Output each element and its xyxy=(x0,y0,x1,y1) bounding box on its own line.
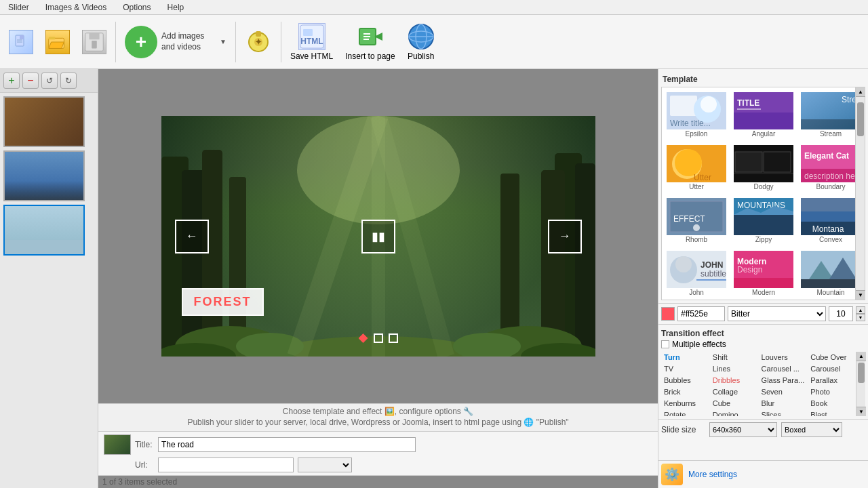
trans-lines[interactable]: Lines xyxy=(710,363,758,374)
trans-blur[interactable]: Blur xyxy=(759,398,808,409)
trans-glass-para[interactable]: Glass Para... xyxy=(759,375,808,386)
next-slide-button[interactable]: → xyxy=(548,220,582,253)
trans-kenburns[interactable]: Kenburns xyxy=(661,398,709,409)
font-select[interactable]: Bitter Arial Georgia xyxy=(728,306,826,321)
pause-button[interactable]: ▮▮ xyxy=(361,220,395,253)
trans-rotate[interactable]: Rotate xyxy=(661,409,709,416)
template-epsilon[interactable]: Write title... Epsilon xyxy=(664,89,729,140)
trans-tv[interactable]: TV xyxy=(661,363,709,374)
svg-point-73 xyxy=(693,224,700,231)
trans-cube-over[interactable]: Cube Over xyxy=(808,352,856,363)
template-dodgy[interactable]: Dodgy xyxy=(731,142,796,193)
template-john[interactable]: JOHNsubtitle John xyxy=(664,248,729,299)
add-images-button[interactable]: + Add images and videos ▼ xyxy=(120,22,231,62)
template-boundary[interactable]: Elegant Catdescription here Boundary xyxy=(798,142,863,193)
trans-scroll-down[interactable]: ▼ xyxy=(856,407,866,416)
template-scroll[interactable]: Write title... Epsilon TITLE Angular xyxy=(662,87,865,300)
template-modern[interactable]: ModernDesign Modern xyxy=(731,248,796,299)
template-stream[interactable]: Stream Stream xyxy=(798,89,863,140)
template-mountain[interactable]: Mountain xyxy=(798,248,863,299)
save-local-button[interactable] xyxy=(77,26,111,58)
template-zippy[interactable]: MOUNTAINS Zippy xyxy=(731,195,796,246)
scroll-thumb[interactable] xyxy=(857,102,864,136)
trans-blast[interactable]: Blast xyxy=(808,409,856,416)
trans-domino[interactable]: Domino xyxy=(710,409,758,416)
url-dropdown[interactable]: _blank _self xyxy=(298,458,352,472)
menu-slider[interactable]: Slider xyxy=(4,1,33,14)
divider-1 xyxy=(115,22,116,62)
url-input[interactable] xyxy=(158,458,294,472)
boxed-select[interactable]: Boxed Full Width Full Screen xyxy=(781,422,842,437)
template-thumb-convex: Montana xyxy=(801,198,861,235)
slide-dot-1[interactable] xyxy=(359,333,368,343)
add-slide-button[interactable]: + xyxy=(3,73,20,89)
slide-thumb-2[interactable] xyxy=(3,150,85,201)
slide-thumb-1[interactable] xyxy=(3,96,85,147)
template-angular[interactable]: TITLE Angular xyxy=(731,89,796,140)
trans-carousel-l[interactable]: Carousel ... xyxy=(759,363,808,374)
svg-rect-57 xyxy=(801,119,861,129)
slide-size-select[interactable]: 640x360 800x450 1024x576 868x488 Custom xyxy=(709,422,777,437)
more-settings-button[interactable]: More settings xyxy=(688,470,737,479)
title-input[interactable] xyxy=(158,437,416,452)
template-thumb-stream: Stream xyxy=(801,92,861,129)
color-swatch[interactable] xyxy=(661,307,675,321)
insert-to-page-button[interactable]: Insert to page xyxy=(340,20,399,64)
trans-louvers[interactable]: Louvers xyxy=(759,352,808,363)
template-convex[interactable]: Montana Convex xyxy=(798,195,863,246)
template-name-modern: Modern xyxy=(752,289,775,296)
menu-images-videos[interactable]: Images & Videos xyxy=(41,1,111,14)
font-size-down[interactable]: ▼ xyxy=(856,314,865,321)
scroll-up-arrow[interactable]: ▲ xyxy=(856,87,865,97)
new-button[interactable] xyxy=(4,26,38,58)
undo-button[interactable]: ↺ xyxy=(41,73,58,89)
slide-dot-2[interactable] xyxy=(374,333,383,343)
font-size-input[interactable] xyxy=(829,306,853,321)
prev-slide-button[interactable]: ← xyxy=(175,220,209,253)
options-button[interactable]: ✦ xyxy=(240,25,277,59)
color-hex-input[interactable] xyxy=(677,306,725,321)
publish-icon xyxy=(408,23,435,50)
svg-text:TITLE: TITLE xyxy=(737,98,760,108)
template-utter[interactable]: Utter Utter xyxy=(664,142,729,193)
scroll-down-arrow[interactable]: ▼ xyxy=(856,290,865,300)
publish-button[interactable]: Publish xyxy=(403,20,439,64)
redo-button[interactable]: ↻ xyxy=(60,73,77,89)
slide-mini-thumb[interactable] xyxy=(104,434,131,455)
trans-dribbles[interactable]: Dribbles xyxy=(710,375,758,386)
menu-options[interactable]: Options xyxy=(119,1,155,14)
trans-carousel[interactable]: Carousel xyxy=(808,363,856,374)
svg-point-60 xyxy=(675,149,702,176)
multiple-effects-checkbox[interactable] xyxy=(661,340,669,348)
slide-thumb-3[interactable] xyxy=(3,205,85,256)
template-thumb-mountain xyxy=(801,251,861,288)
trans-cube[interactable]: Cube xyxy=(710,398,758,409)
svg-point-84 xyxy=(675,256,692,272)
trans-scroll-thumb[interactable] xyxy=(858,363,865,383)
svg-text:✦: ✦ xyxy=(255,37,262,47)
slide-thumbnails xyxy=(0,93,98,488)
menu-help[interactable]: Help xyxy=(163,1,189,14)
trans-parallax[interactable]: Parallax xyxy=(808,375,856,386)
save-html-label: Save HTML xyxy=(290,52,333,61)
template-rhomb[interactable]: EFFECT Rhomb xyxy=(664,195,729,246)
open-button[interactable] xyxy=(41,26,75,58)
add-dropdown-arrow[interactable]: ▼ xyxy=(220,38,226,45)
status-line-1: Choose template and effect 🖼️, configure… xyxy=(104,407,652,416)
trans-bubbles[interactable]: Bubbles xyxy=(661,375,709,386)
trans-scroll-up[interactable]: ▲ xyxy=(856,352,866,361)
remove-slide-button[interactable]: − xyxy=(22,73,39,89)
trans-collage[interactable]: Collage xyxy=(710,386,758,397)
trans-photo[interactable]: Photo xyxy=(808,386,856,397)
trans-slices[interactable]: Slices xyxy=(759,409,808,416)
insert-icon xyxy=(357,23,384,50)
trans-book[interactable]: Book xyxy=(808,398,856,409)
font-size-up[interactable]: ▲ xyxy=(856,306,865,314)
save-html-button[interactable]: HTML Save HTML xyxy=(285,20,338,64)
trans-brick[interactable]: Brick xyxy=(661,386,709,397)
slide-dot-3[interactable] xyxy=(389,333,398,343)
trans-seven[interactable]: Seven xyxy=(759,386,808,397)
template-name-stream: Stream xyxy=(820,130,842,138)
trans-shift[interactable]: Shift xyxy=(710,352,758,363)
trans-turn[interactable]: Turn xyxy=(661,352,709,363)
